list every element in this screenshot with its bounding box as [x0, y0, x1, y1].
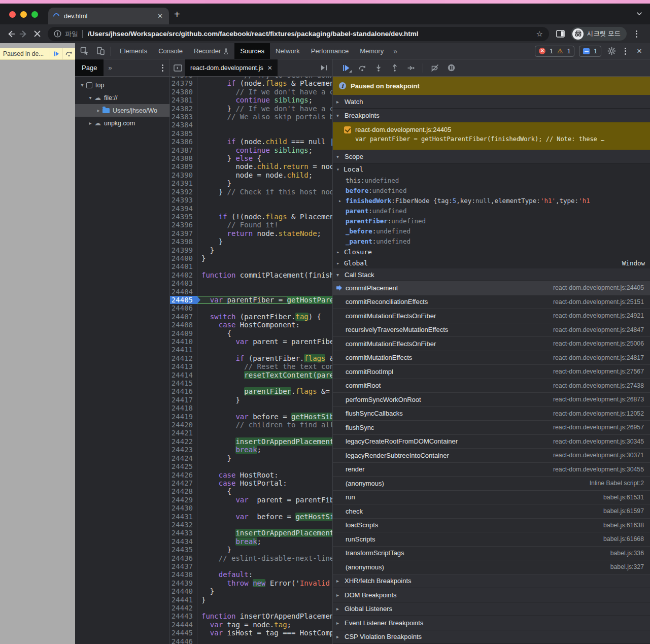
pause-on-exceptions-button[interactable]	[444, 61, 458, 75]
line-number[interactable]: 24421	[170, 429, 197, 437]
breakpoints-section-header[interactable]: ▾ Breakpoints	[333, 109, 650, 122]
call-stack-frame[interactable]: legacyCreateRootFromDOMContainerreact-do…	[333, 435, 650, 449]
call-stack-frame[interactable]: commitRootreact-dom.development.js:27438	[333, 379, 650, 393]
section-header-csp-violation-breakpoints[interactable]: ▸CSP Violation Breakpoints	[333, 630, 650, 644]
line-number[interactable]: 24413	[170, 362, 197, 370]
line-number[interactable]: 24429	[170, 496, 197, 504]
scope-variable-this[interactable]: this: undefined	[333, 175, 650, 185]
call-stack-frame[interactable]: commitReconciliationEffectsreact-dom.dev…	[333, 295, 650, 310]
resume-script-button[interactable]	[339, 61, 353, 75]
line-number[interactable]: 24417	[170, 396, 197, 404]
macos-zoom-button[interactable]	[31, 11, 38, 18]
line-number[interactable]: 24389	[170, 162, 197, 171]
more-panels-chevron[interactable]: »	[389, 47, 401, 55]
url-text[interactable]: /Users/jhseo/Workspace/src/github.com/fa…	[88, 30, 532, 38]
code-viewport[interactable]: 24378 // Try to search down unti24379 if…	[170, 77, 332, 644]
line-number[interactable]: 24436	[170, 554, 197, 562]
line-number[interactable]: 24399	[170, 246, 197, 254]
issues-badge[interactable]: 1	[579, 46, 601, 57]
line-number[interactable]: 24381	[170, 96, 197, 104]
navigator-item-unpkg-com[interactable]: ▸☁unpkg.com	[75, 117, 169, 129]
call-stack-frame[interactable]: commitMutationEffectsOnFiberreact-dom.de…	[333, 309, 650, 323]
line-number[interactable]: 24428	[170, 487, 197, 495]
line-number[interactable]: 24401	[170, 262, 197, 270]
collapsed-arrow-icon[interactable]: ▸	[95, 108, 101, 113]
line-number[interactable]: 24398	[170, 238, 197, 246]
expanded-arrow-icon[interactable]: ▾	[87, 95, 93, 100]
line-number[interactable]: 24395	[170, 213, 197, 221]
errors-warnings-badge[interactable]: ✕ 1 ⚠ 1	[535, 46, 574, 57]
call-stack-section-header[interactable]: ▾ Call Stack	[333, 268, 650, 281]
inspect-element-icon[interactable]	[77, 45, 91, 58]
devtools-tab-console[interactable]: Console	[153, 43, 188, 59]
call-stack-frame[interactable]: loadScriptsbabel.js:61638	[333, 519, 650, 533]
line-number[interactable]: 24404	[170, 288, 197, 296]
line-number[interactable]: 24418	[170, 404, 197, 412]
devtools-tab-memory[interactable]: Memory	[354, 43, 389, 59]
devtools-menu-icon[interactable]	[622, 46, 629, 57]
call-stack-frame[interactable]: flushSyncreact-dom.development.js:26957	[333, 421, 650, 435]
tab-search-chevron-icon[interactable]	[636, 10, 643, 17]
deactivate-breakpoints-button[interactable]	[428, 61, 442, 75]
devtools-close-icon[interactable]: ×	[634, 46, 645, 57]
new-tab-button[interactable]: +	[174, 9, 180, 20]
navigator-item-file-[interactable]: ▾☁file://	[75, 91, 169, 104]
address-bar[interactable]: 파일 /Users/jhseo/Workspace/src/github.com…	[48, 27, 549, 41]
tab-close-icon[interactable]: ✕	[156, 12, 164, 20]
stop-loading-button[interactable]	[30, 27, 44, 41]
line-number[interactable]: 24388	[170, 154, 197, 162]
call-stack-frame[interactable]: recursivelyTraverseMutationEffectsreact-…	[333, 323, 650, 337]
browser-tab[interactable]: dev.html ✕	[48, 8, 169, 24]
line-number[interactable]: 24392	[170, 188, 197, 196]
scope-variable-u-parent[interactable]: _parent: undefined	[333, 236, 650, 246]
scope-variable-before[interactable]: before: undefined	[333, 185, 650, 195]
devtools-tab-recorder[interactable]: Recorder	[188, 43, 234, 59]
watch-section-header[interactable]: ▸ Watch	[333, 95, 650, 109]
line-number[interactable]: 24427	[170, 479, 197, 487]
scope-closure-header[interactable]: ▸ Closure	[333, 246, 650, 257]
incognito-profile-chip[interactable]: 시크릿 모드	[571, 27, 627, 41]
call-stack-frame[interactable]: (anonymous)Inline Babel script:2	[333, 477, 650, 491]
navigator-more-tabs[interactable]: »	[104, 59, 116, 76]
line-number[interactable]: 24416	[170, 387, 197, 395]
editor-file-tab[interactable]: react-dom.development.js ✕	[185, 59, 278, 76]
line-number[interactable]: 24402	[170, 271, 197, 279]
navigator-item-top[interactable]: ▾top	[75, 79, 169, 91]
breakpoint-checkbox[interactable]	[344, 126, 351, 133]
line-number[interactable]: 24446	[170, 637, 197, 644]
devtools-tab-performance[interactable]: Performance	[305, 43, 354, 59]
call-stack-frame[interactable]: commitMutationEffectsOnFiberreact-dom.de…	[333, 337, 650, 351]
call-stack-frame[interactable]: performSyncWorkOnRootreact-dom.developme…	[333, 393, 650, 407]
line-number[interactable]: 24411	[170, 346, 197, 354]
line-number[interactable]: 24397	[170, 229, 197, 238]
line-number[interactable]: 24437	[170, 562, 197, 570]
line-number[interactable]: 24426	[170, 471, 197, 479]
scope-variable-finishedWork[interactable]: ▸finishedWork: FiberNode {tag: 5, key: n…	[333, 195, 650, 206]
line-number[interactable]: 24432	[170, 521, 197, 529]
call-stack-frame[interactable]: runbabel.js:61531	[333, 491, 650, 505]
line-number[interactable]: 24403	[170, 279, 197, 287]
line-number[interactable]: 24410	[170, 337, 197, 346]
breakpoint-entry[interactable]: react-dom.development.js:24405 var paren…	[333, 122, 650, 150]
line-number[interactable]: 24440	[170, 587, 197, 595]
line-number[interactable]: 24422	[170, 437, 197, 446]
side-panel-icon[interactable]	[556, 30, 565, 38]
line-number[interactable]: 24400	[170, 254, 197, 262]
call-stack-frame[interactable]: runScriptsbabel.js:61668	[333, 532, 650, 547]
line-number[interactable]: 24405	[170, 296, 197, 304]
section-header-dom-breakpoints[interactable]: ▸DOM Breakpoints	[333, 588, 650, 602]
navigator-item-users-jhseo-wo[interactable]: ▸Users/jhseo/Wo	[75, 104, 169, 117]
line-number[interactable]: 24415	[170, 379, 197, 387]
section-header-event-listener-breakpoints[interactable]: ▸Event Listener Breakpoints	[333, 616, 650, 630]
scope-local-header[interactable]: ▾ Local	[333, 163, 650, 175]
step-over-button[interactable]	[355, 61, 369, 75]
call-stack-frame[interactable]: checkbabel.js:61597	[333, 504, 650, 519]
call-stack-frame[interactable]: commitPlacementreact-dom.development.js:…	[333, 281, 650, 295]
line-number[interactable]: 24412	[170, 354, 197, 362]
line-number[interactable]: 24434	[170, 537, 197, 546]
devtools-tab-sources[interactable]: Sources	[234, 43, 270, 59]
macos-close-button[interactable]	[9, 11, 16, 18]
scope-variable-u-before[interactable]: _before: undefined	[333, 226, 650, 236]
call-stack-frame[interactable]: (anonymous)babel.js:327	[333, 560, 650, 574]
line-number[interactable]: 24383	[170, 113, 197, 121]
